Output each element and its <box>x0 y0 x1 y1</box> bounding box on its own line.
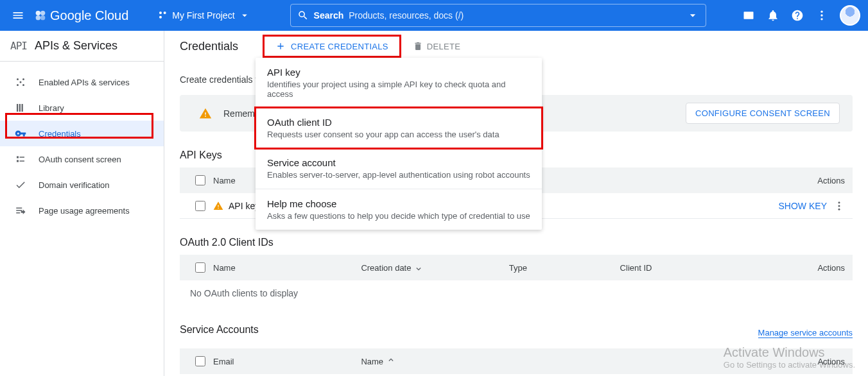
project-name: My First Project <box>172 10 234 21</box>
topbar-actions <box>742 5 860 26</box>
create-credentials-button[interactable]: CREATE CREDENTIALS <box>275 41 388 51</box>
google-cloud-logo[interactable]: Google Cloud <box>33 8 128 23</box>
svg-rect-19 <box>17 157 19 158</box>
dropdown-item-title: Service account <box>267 157 530 168</box>
dropdown-item-api-key[interactable]: API key Identifies your project using a … <box>256 58 542 108</box>
notifications-icon[interactable] <box>767 9 779 22</box>
dropdown-item-oauth-client[interactable]: OAuth client ID Requests user consent so… <box>256 108 542 148</box>
plus-icon <box>275 41 286 51</box>
search-label: Search <box>314 10 344 21</box>
sidebar-item-oauth-consent[interactable]: OAuth consent screen <box>0 146 164 172</box>
svg-point-11 <box>17 78 19 80</box>
svg-point-9 <box>820 14 822 16</box>
col-date[interactable]: Creation date <box>361 262 508 273</box>
svg-point-5 <box>164 12 166 14</box>
svg-rect-18 <box>22 104 23 112</box>
more-vert-icon[interactable] <box>833 200 845 212</box>
col-actions: Actions <box>768 176 845 185</box>
more-vert-icon[interactable] <box>815 9 828 22</box>
svg-rect-20 <box>17 160 19 162</box>
section-title: OAuth 2.0 Client IDs <box>180 237 853 248</box>
sidebar-item-page-usage[interactable]: Page usage agreements <box>0 198 164 223</box>
search-placeholder: Products, resources, docs (/) <box>349 10 686 21</box>
table-header: Email Name Actions <box>180 348 853 374</box>
col-type: Type <box>509 263 620 273</box>
delete-button-label: DELETE <box>427 42 460 51</box>
svg-point-10 <box>820 18 822 20</box>
dropdown-item-help-choose[interactable]: Help me choose Asks a few questions to h… <box>256 189 542 230</box>
sidebar: API APIs & Services Enabled APIs & servi… <box>0 31 164 376</box>
svg-point-3 <box>40 15 45 20</box>
svg-point-0 <box>36 11 40 15</box>
avatar[interactable] <box>840 5 860 26</box>
library-icon <box>13 102 28 114</box>
cloud-shell-icon[interactable] <box>742 9 755 22</box>
trash-icon <box>413 41 423 51</box>
delete-button[interactable]: DELETE <box>413 41 460 51</box>
select-all-checkbox[interactable] <box>195 175 205 185</box>
page-title: Credentials <box>180 40 238 53</box>
select-all-checkbox[interactable] <box>195 262 205 273</box>
svg-point-8 <box>820 11 822 13</box>
sidebar-title: APIs & Services <box>35 39 117 53</box>
sidebar-item-enabled-apis[interactable]: Enabled APIs & services <box>0 69 164 95</box>
svg-point-13 <box>17 84 19 86</box>
oauth-table: Name Creation date Type Client ID Action… <box>180 255 853 306</box>
dropdown-item-title: Help me choose <box>267 198 530 209</box>
svg-point-15 <box>20 81 22 83</box>
help-icon[interactable] <box>791 9 804 22</box>
svg-rect-16 <box>17 104 18 112</box>
dropdown-item-sub: Requests user consent so your app can ac… <box>267 130 530 139</box>
sidebar-item-domain-verification[interactable]: Domain verification <box>0 172 164 198</box>
sidebar-item-label: Enabled APIs & services <box>39 78 130 87</box>
svg-point-22 <box>838 205 840 207</box>
dropdown-item-sub: Asks a few questions to help you decide … <box>267 211 530 221</box>
sidebar-item-label: Page usage agreements <box>39 206 130 216</box>
col-email: Email <box>213 357 361 366</box>
api-icon: API <box>10 40 27 52</box>
create-credentials-dropdown: API key Identifies your project using a … <box>256 58 542 230</box>
arrow-down-icon <box>413 262 424 273</box>
svg-point-23 <box>838 208 840 210</box>
hamburger-menu-icon[interactable] <box>8 5 28 26</box>
logo-text: Google Cloud <box>50 8 128 23</box>
svg-point-14 <box>22 84 24 86</box>
api-enabled-icon <box>13 76 28 88</box>
svg-rect-17 <box>19 104 21 112</box>
dropdown-item-title: API key <box>267 67 530 78</box>
search-bar[interactable]: Search Products, resources, docs (/) <box>290 4 706 27</box>
select-all-checkbox[interactable] <box>195 356 205 366</box>
oauth-section: OAuth 2.0 Client IDs Name Creation date … <box>180 237 853 306</box>
sidebar-item-library[interactable]: Library <box>0 95 164 121</box>
sidebar-item-label: OAuth consent screen <box>39 155 121 164</box>
col-actions: Actions <box>768 263 845 273</box>
dropdown-item-title: OAuth client ID <box>267 117 530 128</box>
sidebar-item-label: Library <box>39 103 64 113</box>
svg-point-6 <box>159 16 162 19</box>
service-accounts-table: Email Name Actions No service accounts t… <box>180 348 853 376</box>
row-checkbox[interactable] <box>195 201 205 211</box>
sidebar-title-row: API APIs & Services <box>0 31 164 62</box>
manage-service-accounts-link[interactable]: Manage service accounts <box>758 328 853 338</box>
search-icon <box>297 10 309 21</box>
svg-rect-7 <box>744 12 754 19</box>
warning-icon <box>199 107 212 120</box>
create-button-label: CREATE CREDENTIALS <box>291 42 388 51</box>
col-name[interactable]: Name <box>361 356 508 366</box>
arrow-up-icon <box>386 356 396 366</box>
verified-icon <box>13 179 28 191</box>
dropdown-item-sub: Identifies your project using a simple A… <box>267 80 530 99</box>
key-icon <box>13 128 28 139</box>
sidebar-item-label: Credentials <box>39 129 81 139</box>
content-header: Credentials CREATE CREDENTIALS DELETE <box>180 31 853 62</box>
content: Credentials CREATE CREDENTIALS DELETE AP… <box>164 31 868 376</box>
svg-point-4 <box>159 12 162 14</box>
configure-consent-button[interactable]: CONFIGURE CONSENT SCREEN <box>686 103 840 124</box>
sidebar-item-credentials[interactable]: Credentials <box>0 121 164 146</box>
project-selector[interactable]: My First Project <box>154 10 254 21</box>
table-header: Name Creation date Type Client ID Action… <box>180 255 853 280</box>
dropdown-item-service-account[interactable]: Service account Enables server-to-server… <box>256 148 542 189</box>
col-name: Name <box>213 263 361 273</box>
empty-state: No OAuth clients to display <box>180 280 853 306</box>
show-key-link[interactable]: SHOW KEY <box>779 201 827 211</box>
